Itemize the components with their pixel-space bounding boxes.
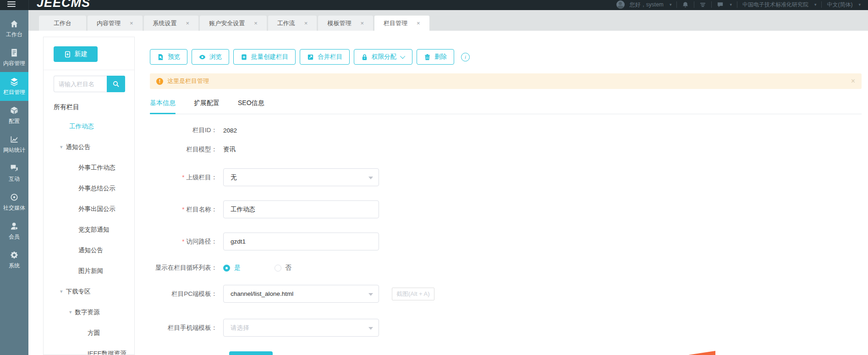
batch-create-button[interactable]: 批量创建栏目	[233, 49, 296, 65]
user-greeting[interactable]: 您好，system	[630, 1, 664, 9]
column-tree: 所有栏目 工作动态 ▾通知公告 外事工作动态 外事总结公示 外事出国公示 党支部…	[44, 99, 134, 355]
preview-button[interactable]: 预览	[150, 49, 187, 65]
bell-icon[interactable]	[682, 1, 689, 8]
tab-workbench[interactable]: 工作台	[39, 16, 86, 31]
radio-label: 否	[286, 264, 292, 272]
tab-column-mgmt[interactable]: 栏目管理×	[374, 16, 429, 31]
tree-item-label: 工作动态	[69, 122, 94, 131]
tab-account-security[interactable]: 账户安全设置×	[200, 16, 267, 31]
site-selector[interactable]: 中国电子技术标准化研究院	[742, 1, 808, 9]
field-label: 显示在栏目循环列表：	[150, 264, 223, 272]
sidebar-item-social[interactable]: 社交媒体	[0, 188, 28, 216]
sidebar-item-stats[interactable]: 网站统计	[0, 130, 28, 159]
chevron-down-icon	[368, 293, 373, 298]
merge-columns-button[interactable]: 合并栏目	[300, 49, 350, 65]
submit-button[interactable]	[229, 351, 273, 355]
tree-item[interactable]: 工作动态	[44, 116, 134, 137]
close-icon[interactable]: ×	[130, 20, 133, 26]
sidebar-item-label: 配置	[9, 117, 20, 125]
required-mark: *	[182, 238, 184, 245]
tree-expand-icon[interactable]: ▾	[60, 289, 63, 294]
tab-label: 内容管理	[97, 19, 121, 28]
chat-icon	[10, 164, 19, 173]
mobile-template-select[interactable]: 请选择	[223, 319, 379, 337]
tree-item[interactable]: 外事出国公示	[44, 199, 134, 219]
chevron-down-icon	[400, 54, 405, 59]
tab-extended-config[interactable]: 扩展配置	[194, 99, 220, 114]
required-mark: *	[182, 174, 184, 181]
form-row-column-model: 栏目模型： 资讯	[150, 145, 862, 154]
field-label: 栏目PC端模板：	[150, 290, 223, 298]
close-icon[interactable]: ×	[186, 20, 190, 26]
tree-item-label: 外事工作动态	[78, 164, 115, 172]
tree-item-label: 图片新闻	[78, 267, 103, 275]
tab-label: 系统设置	[153, 19, 177, 28]
list-icon[interactable]	[699, 1, 706, 8]
tab-label: 栏目管理	[384, 19, 407, 28]
message-icon[interactable]	[717, 1, 724, 8]
tree-item[interactable]: 外事工作动态	[44, 157, 134, 178]
tree-item[interactable]: ▾通知公告	[44, 137, 134, 157]
lock-icon	[361, 54, 368, 61]
tab-content-mgmt[interactable]: 内容管理×	[88, 16, 143, 31]
tree-item[interactable]: 图片新闻	[44, 261, 134, 281]
sidebar-item-columns[interactable]: 栏目管理	[0, 72, 28, 101]
close-icon[interactable]: ×	[851, 78, 855, 85]
tree-item[interactable]: ▾下载专区	[44, 281, 134, 302]
sidebar-item-workbench[interactable]: 工作台	[0, 14, 28, 43]
tab-seo-info[interactable]: SEO信息	[238, 99, 264, 114]
language-selector[interactable]: 中文(简体)	[827, 1, 852, 9]
tree-expand-icon[interactable]: ▾	[60, 144, 63, 150]
tree-item[interactable]: 党支部通知	[44, 219, 134, 240]
close-icon[interactable]: ×	[254, 20, 258, 26]
form-row-pc-template: 栏目PC端模板： channel/list_alone.html 截图(Alt …	[150, 285, 862, 303]
info-icon[interactable]: i	[461, 53, 470, 61]
tree-root-label[interactable]: 所有栏目	[44, 99, 134, 116]
tree-item[interactable]: IEEE数据资源	[44, 343, 134, 355]
menu-toggle-icon[interactable]	[7, 1, 16, 8]
tree-item[interactable]: 方圆	[44, 322, 134, 343]
close-icon[interactable]: ×	[417, 20, 420, 26]
button-label: 浏览	[209, 53, 222, 61]
search-button[interactable]	[107, 76, 125, 92]
tree-expand-icon[interactable]: ▾	[69, 310, 72, 315]
sidebar-item-members[interactable]: 会员	[0, 216, 28, 245]
search-input[interactable]	[54, 76, 107, 92]
social-icon	[10, 193, 19, 202]
tab-workflow[interactable]: 工作流×	[268, 16, 317, 31]
sidebar-item-system[interactable]: 系统	[0, 245, 28, 274]
tab-template-mgmt[interactable]: 模板管理×	[318, 16, 373, 31]
delete-button[interactable]: 删除	[417, 49, 454, 65]
permissions-button[interactable]: 权限分配	[354, 49, 412, 65]
form-row-show-in-loop: 显示在栏目循环列表： 是 否	[150, 264, 862, 272]
plus-icon	[241, 54, 247, 61]
radio-no[interactable]: 否	[275, 264, 292, 272]
tree-item[interactable]: 外事总结公示	[44, 178, 134, 199]
pc-template-select[interactable]: channel/list_alone.html	[223, 285, 379, 303]
new-column-button[interactable]: 新建	[54, 46, 98, 62]
tab-basic-info[interactable]: 基本信息	[150, 99, 176, 114]
tree-item-label: IEEE数据资源	[88, 349, 126, 355]
tree-item-label: 党支部通知	[78, 226, 110, 234]
tab-system-settings[interactable]: 系统设置×	[144, 16, 199, 31]
gear-icon	[10, 250, 19, 260]
access-path-input[interactable]	[223, 233, 379, 250]
selected-value: channel/list_alone.html	[231, 290, 293, 297]
column-search	[54, 76, 125, 92]
sidebar-item-label: 栏目管理	[3, 89, 25, 96]
tree-item[interactable]: 通知公告	[44, 240, 134, 261]
tab-label: 模板管理	[327, 19, 351, 28]
sidebar-item-interaction[interactable]: 互动	[0, 159, 28, 188]
sidebar-item-config[interactable]: 配置	[0, 101, 28, 130]
column-name-input[interactable]	[223, 200, 379, 218]
avatar[interactable]	[616, 0, 625, 9]
parent-column-select[interactable]: 无	[223, 168, 379, 186]
close-icon[interactable]: ×	[304, 20, 308, 26]
radio-yes[interactable]: 是	[223, 264, 241, 272]
close-icon[interactable]: ×	[360, 20, 364, 26]
tree-item-label: 方圆	[88, 329, 100, 337]
browse-button[interactable]: 浏览	[192, 49, 229, 65]
sidebar-item-content[interactable]: 内容管理	[0, 43, 28, 72]
toolbar: 预览 浏览 批量创建栏目 合并栏目 权限分配 删除	[150, 49, 862, 65]
tree-item[interactable]: ▾数字资源	[44, 302, 134, 322]
